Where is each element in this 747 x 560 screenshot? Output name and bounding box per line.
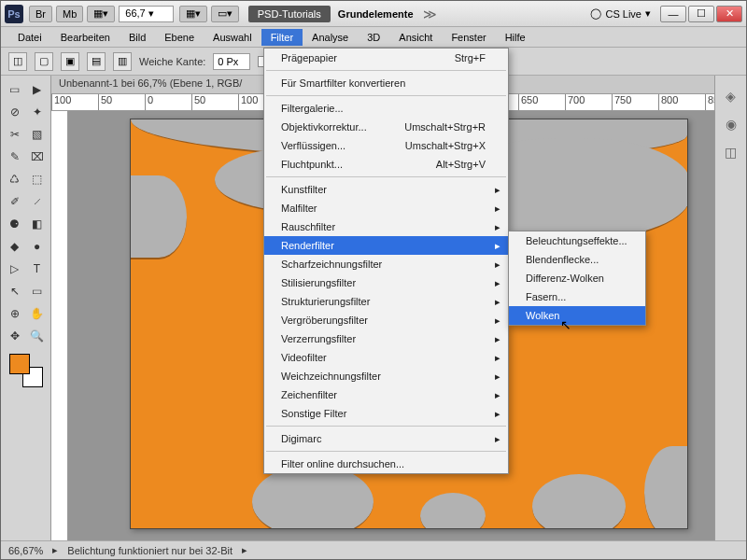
ruler-vertical (51, 111, 68, 540)
sel-mode-new[interactable]: ▢ (35, 52, 53, 71)
tool-13[interactable]: ◧ (27, 214, 48, 234)
channels-icon[interactable]: ◉ (722, 115, 740, 133)
ruler-tick: 850 (705, 94, 714, 110)
cs-live-label: CS Live (605, 8, 641, 20)
ruler-tick: 700 (565, 94, 612, 110)
workspace-more-icon[interactable]: ≫ (423, 7, 437, 21)
tool-0[interactable]: ▭ (5, 79, 25, 100)
menu-item-verfl-ssigen-[interactable]: Verflüssigen...Umschalt+Strg+X (264, 136, 508, 155)
tool-19[interactable]: ▭ (27, 281, 48, 301)
tool-21[interactable]: ✋ (27, 303, 48, 324)
right-panel: ◈ ◉ ◫ (714, 76, 746, 540)
feather-input[interactable] (213, 53, 250, 70)
tool-10[interactable]: ✐ (5, 191, 25, 212)
menu-ansicht[interactable]: Ansicht (389, 29, 442, 46)
tool-12[interactable]: ⚈ (5, 214, 25, 234)
menu-auswahl[interactable]: Auswahl (204, 29, 261, 46)
zoom-select[interactable]: 66,7 ▾ (119, 6, 173, 22)
menu-bild[interactable]: Bild (120, 29, 155, 46)
submenu-item-beleuchtungseffekte-[interactable]: Beleuchtungseffekte... (509, 231, 645, 250)
tool-23[interactable]: 🔍 (27, 326, 48, 346)
menu-ebene[interactable]: Ebene (155, 29, 204, 46)
sel-mode-add[interactable]: ▣ (61, 52, 79, 71)
menu-bearbeiten[interactable]: Bearbeiten (51, 29, 120, 46)
tool-5[interactable]: ▧ (27, 124, 48, 145)
close-button[interactable]: ✕ (716, 6, 742, 22)
tool-16[interactable]: ▷ (5, 259, 25, 279)
ruler-tick: 100 (51, 94, 98, 110)
ruler-tick: 50 (191, 94, 238, 110)
maximize-button[interactable]: ☐ (688, 6, 714, 22)
tool-1[interactable]: ▶ (27, 79, 48, 100)
menu-filter[interactable]: Filter (261, 29, 303, 46)
tool-4[interactable]: ✂ (5, 124, 25, 145)
tool-15[interactable]: ● (27, 236, 48, 257)
screen-mode-button[interactable]: ▭▾ (211, 6, 239, 22)
submenu-item-fasern-[interactable]: Fasern... (509, 287, 645, 306)
menu-datei[interactable]: Datei (8, 29, 51, 46)
tool-14[interactable]: ◆ (5, 236, 25, 257)
tool-3[interactable]: ✦ (27, 102, 48, 122)
menu-item-zeichenfilter[interactable]: Zeichenfilter▸ (264, 385, 508, 404)
menu-item-objektivkorrektur-[interactable]: Objektivkorrektur...Umschalt+Strg+R (264, 118, 508, 136)
zoom-value: 66,7 (125, 7, 145, 19)
menu-item-kunstfilter[interactable]: Kunstfilter▸ (264, 180, 508, 199)
menu-item-scharfzeichnungsfilter[interactable]: Scharfzeichnungsfilter▸ (264, 255, 508, 273)
view-extras-button[interactable]: ▦▾ (179, 6, 207, 22)
tool-11[interactable]: ⟋ (27, 191, 48, 212)
color-swatches[interactable] (9, 354, 43, 387)
menu-fenster[interactable]: Fenster (442, 29, 495, 46)
tool-7[interactable]: ⌧ (27, 147, 48, 167)
marquee-tool-icon[interactable]: ◫ (8, 52, 27, 71)
status-zoom[interactable]: 66,67% (8, 545, 43, 556)
submenu-item-blendenflecke-[interactable]: Blendenflecke... (509, 250, 645, 269)
menu-3d[interactable]: 3D (358, 29, 389, 46)
tool-22[interactable]: ✥ (5, 326, 25, 346)
menu-item-verzerrungsfilter[interactable]: Verzerrungsfilter▸ (264, 329, 508, 348)
menu-item-weichzeichnungsfilter[interactable]: Weichzeichnungsfilter▸ (264, 367, 508, 385)
submenu-item-differenz-wolken[interactable]: Differenz-Wolken (509, 269, 645, 287)
submenu-item-wolken[interactable]: Wolken (509, 306, 645, 325)
menu-item-strukturierungsfilter[interactable]: Strukturierungsfilter▸ (264, 292, 508, 311)
menu-item-videofilter[interactable]: Videofilter▸ (264, 348, 508, 367)
foreground-swatch[interactable] (9, 354, 30, 374)
menu-item-f-r-smartfilter-konvertieren[interactable]: Für Smartfilter konvertieren (264, 74, 508, 92)
menu-item-filtergalerie-[interactable]: Filtergalerie... (264, 99, 508, 118)
cs-live[interactable]: ◯ CS Live ▾ (590, 7, 651, 20)
tool-20[interactable]: ⊕ (5, 303, 25, 324)
menu-item-filter-online-durchsuchen-[interactable]: Filter online durchsuchen... (264, 455, 508, 473)
arrange-button[interactable]: ▦▾ (87, 6, 115, 22)
renderfilter-submenu: Beleuchtungseffekte...Blendenflecke...Di… (508, 231, 646, 326)
menu-item-rauschfilter[interactable]: Rauschfilter▸ (264, 217, 508, 236)
layers-icon[interactable]: ◈ (722, 87, 740, 105)
tool-9[interactable]: ⬚ (27, 169, 48, 189)
mini-bridge-button[interactable]: Mb (56, 6, 83, 22)
menu-item-stilisierungsfilter[interactable]: Stilisierungsfilter▸ (264, 273, 508, 292)
tool-grid: ▭▶⊘✦✂▧✎⌧♺⬚✐⟋⚈◧◆●▷T↖▭⊕✋✥🔍 (5, 79, 48, 346)
minimize-button[interactable]: — (660, 6, 686, 22)
menu-analyse[interactable]: Analyse (303, 29, 358, 46)
menu-item-renderfilter[interactable]: Renderfilter▸ (264, 236, 508, 255)
tool-18[interactable]: ↖ (5, 281, 25, 301)
filter-menu: PrägepapierStrg+FFür Smartfilter konvert… (263, 48, 509, 474)
menu-hilfe[interactable]: Hilfe (496, 29, 535, 46)
sel-mode-sub[interactable]: ▤ (87, 52, 106, 71)
paths-icon[interactable]: ◫ (722, 143, 740, 161)
tool-17[interactable]: T (27, 259, 48, 279)
workspace-sub[interactable]: Grundelemente (338, 8, 414, 20)
tool-6[interactable]: ✎ (5, 147, 25, 167)
ps-logo: Ps (5, 5, 23, 23)
menu-item-fluchtpunkt-[interactable]: Fluchtpunkt...Alt+Strg+V (264, 155, 508, 174)
workspace-title[interactable]: PSD-Tutorials (248, 6, 331, 22)
menu-item-digimarc[interactable]: Digimarc▸ (264, 429, 508, 448)
titlebar: Ps Br Mb ▦▾ 66,7 ▾ ▦▾ ▭▾ PSD-Tutorials G… (1, 1, 746, 27)
sel-mode-int[interactable]: ▥ (113, 52, 132, 71)
tool-2[interactable]: ⊘ (5, 102, 25, 122)
menu-item-vergr-berungsfilter[interactable]: Vergröberungsfilter▸ (264, 311, 508, 329)
menu-item-pr-gepapier[interactable]: PrägepapierStrg+F (264, 49, 508, 67)
tool-8[interactable]: ♺ (5, 169, 25, 189)
menu-item-malfilter[interactable]: Malfilter▸ (264, 199, 508, 217)
status-arrow[interactable]: ▸ (242, 544, 247, 556)
bridge-button[interactable]: Br (29, 6, 52, 22)
menu-item-sonstige-filter[interactable]: Sonstige Filter▸ (264, 404, 508, 423)
